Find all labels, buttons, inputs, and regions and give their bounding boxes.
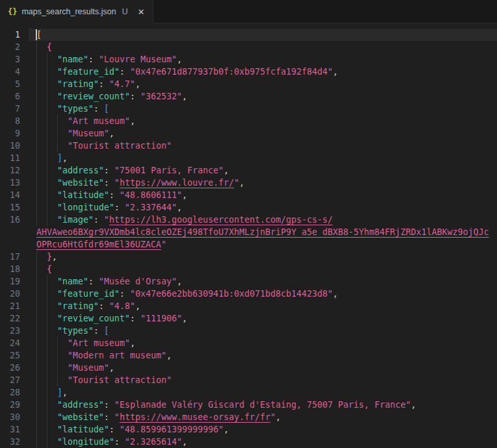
code-token: "feature_id": [57, 67, 120, 77]
code-line[interactable]: 3 "name": "Louvre Museum",: [0, 53, 497, 66]
code-line[interactable]: 20 "feature_id": "0x47e66e2bb630941b:0xd…: [0, 288, 497, 300]
code-token: :: [99, 79, 109, 89]
code-text: ],: [36, 386, 68, 399]
code-line[interactable]: 30 "website": "https://www.musee-orsay.f…: [0, 411, 497, 423]
code-token: "latitude": [57, 190, 109, 200]
code-token: :: [88, 277, 99, 286]
line-number[interactable]: 16: [0, 214, 20, 226]
line-number[interactable]: 31: [0, 423, 20, 436]
code-line[interactable]: 29 "address": "Esplanade Valéry Giscard …: [0, 399, 497, 411]
code-token: [36, 400, 57, 410]
url-link[interactable]: https://www.louvre.fr/: [120, 178, 234, 188]
code-line[interactable]: 16 "image": "https://lh3.googleuserconte…: [0, 214, 497, 226]
line-number[interactable]: 8: [0, 115, 20, 127]
code-token: [36, 67, 57, 77]
line-number[interactable]: 2: [0, 41, 20, 53]
code-line[interactable]: 18 {: [0, 263, 497, 275]
code-token: "0x47e671d877937b0f:0xb975fcfa192f84d4": [130, 67, 333, 77]
code-line[interactable]: AHVAweo6BXgr9VXDmb4lc8cleOZEj498TfoU7XhM…: [0, 226, 497, 238]
code-line[interactable]: 17 },: [0, 251, 497, 263]
code-line[interactable]: 24 "Art museum",: [0, 337, 497, 349]
code-line[interactable]: 25 "Modern art museum",: [0, 349, 497, 362]
code-line[interactable]: 32 "longitude": "2.3265614",: [0, 436, 497, 448]
line-number[interactable]: 15: [0, 201, 20, 214]
line-number[interactable]: 7: [0, 103, 20, 115]
code-line[interactable]: 28 ],: [0, 386, 497, 399]
code-line[interactable]: 21 "rating": "4.8",: [0, 300, 497, 312]
code-token: "48.859961399999996": [120, 425, 223, 434]
line-number[interactable]: 21: [0, 300, 20, 312]
code-line[interactable]: OPRcu6HtGfdr69mEl36UZACA": [0, 238, 497, 251]
line-number[interactable]: 10: [0, 140, 20, 152]
code-line[interactable]: 5 "rating": "4.7",: [0, 78, 497, 90]
code-line[interactable]: 31 "latitude": "48.859961399999996",: [0, 423, 497, 436]
line-number[interactable]: 3: [0, 53, 20, 66]
tab-maps-search-results-json[interactable]: {} maps_search_results.json U ✕: [0, 0, 153, 23]
line-number[interactable]: 17: [0, 251, 20, 263]
url-link[interactable]: OPRcu6HtGfdr69mEl36UZACA: [36, 240, 161, 249]
code-line[interactable]: 10 "Tourist attraction": [0, 140, 497, 152]
code-token: "Museum": [68, 363, 109, 373]
line-number[interactable]: 12: [0, 164, 20, 177]
line-number[interactable]: 28: [0, 386, 20, 399]
url-link[interactable]: https://www.musee-orsay.fr/fr: [120, 412, 270, 422]
line-number[interactable]: 29: [0, 399, 20, 411]
code-line[interactable]: 26 "Museum",: [0, 362, 497, 374]
line-number[interactable]: 13: [0, 177, 20, 189]
code-line[interactable]: 15 "longitude": "2.337644",: [0, 201, 497, 214]
code-token: [36, 338, 68, 348]
line-number[interactable]: 5: [0, 78, 20, 90]
code-line[interactable]: 27 "Tourist attraction": [0, 374, 497, 386]
code-token: [36, 166, 57, 175]
line-number[interactable]: 20: [0, 288, 20, 300]
code-line[interactable]: 13 "website": "https://www.louvre.fr/",: [0, 177, 497, 189]
code-line[interactable]: 12 "address": "75001 Paris, France",: [0, 164, 497, 177]
code-token: ,: [177, 277, 182, 286]
url-link[interactable]: https://lh3.googleusercontent.com/gps-cs…: [109, 215, 333, 225]
line-number[interactable]: 30: [0, 411, 20, 423]
line-number[interactable]: 26: [0, 362, 20, 374]
code-token: "latitude": [57, 425, 109, 434]
code-token: :: [114, 437, 125, 447]
code-token: ,: [62, 388, 68, 397]
line-number[interactable]: 14: [0, 189, 20, 201]
code-text: "feature_id": "0x47e671d877937b0f:0xb975…: [36, 66, 338, 78]
code-line[interactable]: 19 "name": "Musée d'Orsay",: [0, 275, 497, 288]
code-token: "Musée d'Orsay": [99, 277, 177, 286]
line-number[interactable]: 25: [0, 349, 20, 362]
line-number[interactable]: 9: [0, 127, 20, 140]
line-number[interactable]: 24: [0, 337, 20, 349]
code-line[interactable]: 2 {: [0, 41, 497, 53]
code-text: {: [36, 41, 52, 53]
code-line[interactable]: 9 "Museum",: [0, 127, 497, 140]
line-number[interactable]: 32: [0, 436, 20, 448]
git-untracked-badge: U: [122, 7, 128, 16]
line-number[interactable]: 22: [0, 312, 20, 325]
code-line[interactable]: 23 "types": [: [0, 325, 497, 337]
close-tab-icon[interactable]: ✕: [138, 7, 145, 17]
line-number[interactable]: 19: [0, 275, 20, 288]
line-number[interactable]: 18: [0, 263, 20, 275]
line-number[interactable]: 23: [0, 325, 20, 337]
code-text: "latitude": "48.8606111",: [36, 189, 187, 201]
line-number[interactable]: 4: [0, 66, 20, 78]
line-number[interactable]: 1: [0, 29, 20, 41]
code-token: :: [94, 104, 104, 114]
code-line[interactable]: 11 ],: [0, 152, 497, 164]
code-line[interactable]: 7 "types": [: [0, 103, 497, 115]
code-token: [36, 203, 57, 212]
line-number[interactable]: 6: [0, 90, 20, 103]
code-line[interactable]: 1[: [0, 29, 497, 41]
code-token: "Art museum": [68, 116, 130, 126]
code-line[interactable]: 14 "latitude": "48.8606111",: [0, 189, 497, 201]
line-number[interactable]: 27: [0, 374, 20, 386]
code-line[interactable]: 8 "Art museum",: [0, 115, 497, 127]
code-token: [36, 314, 57, 323]
code-line[interactable]: 4 "feature_id": "0x47e671d877937b0f:0xb9…: [0, 66, 497, 78]
code-token: "48.8606111": [120, 190, 182, 200]
code-line[interactable]: 22 "review_count": "111906",: [0, 312, 497, 325]
url-link[interactable]: AHVAweo6BXgr9VXDmb4lc8cleOZEj498TfoU7XhM…: [36, 227, 489, 237]
code-token: "Esplanade Valéry Giscard d'Estaing, 750…: [114, 400, 411, 410]
line-number[interactable]: 11: [0, 152, 20, 164]
code-line[interactable]: 6 "review_count": "362532",: [0, 90, 497, 103]
